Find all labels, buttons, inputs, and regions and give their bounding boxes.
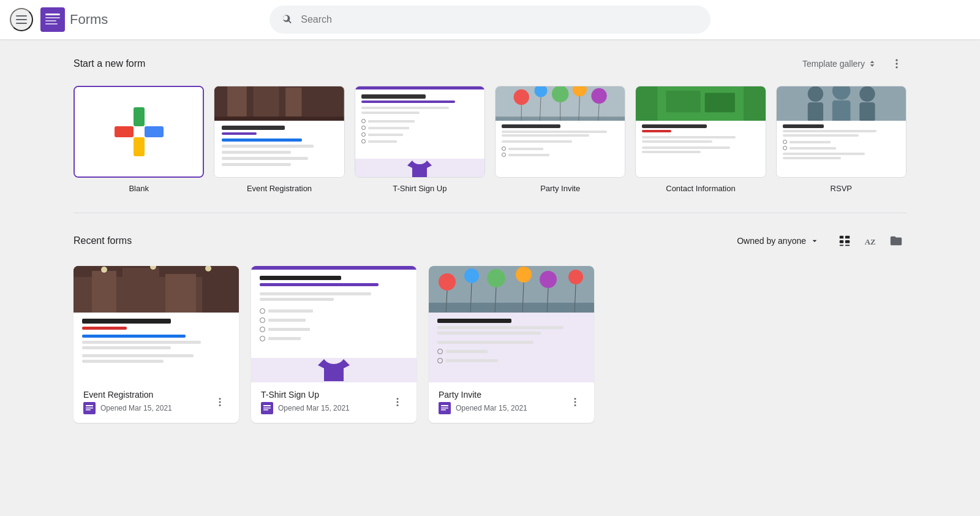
template-section-title: Start a new form — [74, 58, 145, 69]
form-card-thumbnail-event — [74, 266, 239, 382]
svg-rect-1 — [16, 19, 27, 20]
svg-point-41 — [807, 86, 823, 102]
svg-point-80 — [540, 271, 557, 288]
hamburger-menu-button[interactable] — [10, 8, 33, 31]
template-item-tshirt[interactable]: T-Shirt Sign Up — [355, 86, 485, 193]
svg-rect-11 — [115, 126, 134, 137]
form-card-title-tshirt: T-Shirt Sign Up — [261, 390, 388, 400]
search-bar-inner — [270, 6, 710, 34]
svg-rect-52 — [845, 245, 850, 246]
template-section-header: Start a new form Template gallery — [74, 54, 907, 74]
form-card-party[interactable]: Party Invite Opened Mar 15, 2021 — [429, 266, 594, 423]
svg-rect-56 — [92, 271, 116, 313]
svg-rect-47 — [840, 236, 843, 239]
form-card-meta-tshirt: Opened Mar 15, 2021 — [261, 402, 388, 414]
template-name-event: Event Registration — [214, 184, 344, 193]
svg-rect-48 — [845, 236, 850, 239]
svg-rect-18 — [254, 86, 279, 116]
owned-by-button[interactable]: Owned by anyone — [732, 232, 824, 249]
template-section-actions: Template gallery — [797, 54, 907, 74]
search-input[interactable] — [301, 14, 698, 25]
view-controls: AZ — [834, 230, 907, 251]
svg-rect-3 — [40, 7, 65, 32]
template-item-party[interactable]: Party Invite — [495, 86, 625, 193]
svg-point-77 — [464, 268, 479, 283]
template-name-contact: Contact Information — [635, 184, 766, 193]
form-date-party: Opened Mar 15, 2021 — [456, 404, 527, 412]
form-icon-event — [83, 402, 96, 414]
search-icon — [282, 13, 293, 26]
forms-logo-icon — [40, 7, 65, 32]
template-name-tshirt: T-Shirt Sign Up — [355, 184, 485, 193]
folder-button[interactable] — [886, 230, 907, 251]
svg-rect-59 — [202, 270, 239, 313]
templates-grid: Blank — [74, 86, 907, 193]
svg-rect-2 — [16, 23, 27, 24]
svg-rect-91 — [441, 409, 446, 411]
search-bar — [270, 6, 710, 34]
svg-rect-63 — [86, 405, 93, 406]
template-item-contact[interactable]: Contact Information — [635, 86, 766, 193]
svg-point-72 — [397, 398, 399, 400]
svg-rect-51 — [840, 245, 843, 246]
form-card-info-party: Party Invite Opened Mar 15, 2021 — [429, 382, 594, 423]
template-item-rsvp[interactable]: RSVP — [776, 86, 907, 193]
app-name: Forms — [70, 12, 108, 28]
svg-rect-69 — [263, 405, 271, 406]
svg-rect-57 — [123, 268, 159, 313]
more-options-button[interactable] — [887, 54, 907, 74]
more-vert-icon — [891, 58, 903, 70]
header: Forms — [0, 0, 980, 39]
svg-point-78 — [487, 269, 505, 287]
template-name-rsvp: RSVP — [776, 184, 907, 193]
grid-view-button[interactable] — [834, 230, 855, 251]
form-card-thumbnail-party — [429, 266, 594, 382]
svg-point-68 — [219, 404, 221, 406]
svg-rect-71 — [263, 409, 268, 411]
svg-rect-64 — [86, 408, 93, 409]
app-logo[interactable]: Forms — [40, 7, 108, 32]
svg-rect-89 — [441, 405, 448, 406]
template-thumbnail-rsvp — [776, 86, 907, 178]
form-card-thumbnail-tshirt — [251, 266, 417, 382]
form-card-event[interactable]: Event Registration Opened Mar 15, 2021 — [74, 266, 239, 423]
svg-rect-19 — [286, 88, 302, 117]
svg-rect-7 — [45, 23, 58, 25]
form-card-left-tshirt: T-Shirt Sign Up Opened Mar 15, 2021 — [261, 390, 388, 414]
header-left: Forms — [10, 7, 108, 32]
svg-rect-5 — [45, 17, 60, 18]
svg-point-26 — [514, 89, 529, 105]
svg-rect-58 — [165, 274, 196, 313]
template-gallery-button[interactable]: Template gallery — [797, 55, 882, 72]
svg-point-76 — [439, 273, 456, 290]
google-plus-icon — [115, 107, 164, 156]
svg-point-43 — [859, 86, 875, 102]
recent-section-title: Recent forms — [74, 235, 132, 246]
svg-point-92 — [575, 398, 576, 400]
svg-rect-21 — [214, 116, 344, 121]
form-card-meta-event: Opened Mar 15, 2021 — [83, 402, 211, 414]
recent-forms-grid: Event Registration Opened Mar 15, 2021 — [74, 266, 907, 423]
template-name-party: Party Invite — [495, 184, 625, 193]
svg-rect-44 — [859, 102, 875, 121]
form-icon-party — [439, 402, 451, 414]
form-card-tshirt[interactable]: T-Shirt Sign Up Opened Mar 15, 2021 — [251, 266, 417, 423]
template-item-blank[interactable]: Blank — [74, 86, 204, 193]
svg-rect-49 — [840, 240, 843, 243]
svg-rect-15 — [134, 126, 145, 137]
svg-rect-90 — [441, 408, 448, 409]
form-more-button-tshirt[interactable] — [388, 393, 407, 411]
form-more-button-event[interactable] — [211, 393, 229, 411]
svg-rect-50 — [845, 240, 850, 243]
svg-point-79 — [516, 267, 532, 283]
svg-point-10 — [895, 66, 897, 68]
form-more-button-party[interactable] — [566, 393, 584, 411]
form-card-meta-party: Opened Mar 15, 2021 — [439, 402, 566, 414]
svg-point-94 — [575, 404, 576, 406]
sort-button[interactable]: AZ — [860, 230, 881, 251]
template-item-event-registration[interactable]: Event Registration — [214, 86, 344, 193]
svg-point-93 — [575, 401, 576, 403]
form-card-info-event: Event Registration Opened Mar 15, 2021 — [74, 382, 239, 423]
form-card-title-party: Party Invite — [439, 390, 566, 400]
sort-icon: AZ — [864, 234, 877, 248]
